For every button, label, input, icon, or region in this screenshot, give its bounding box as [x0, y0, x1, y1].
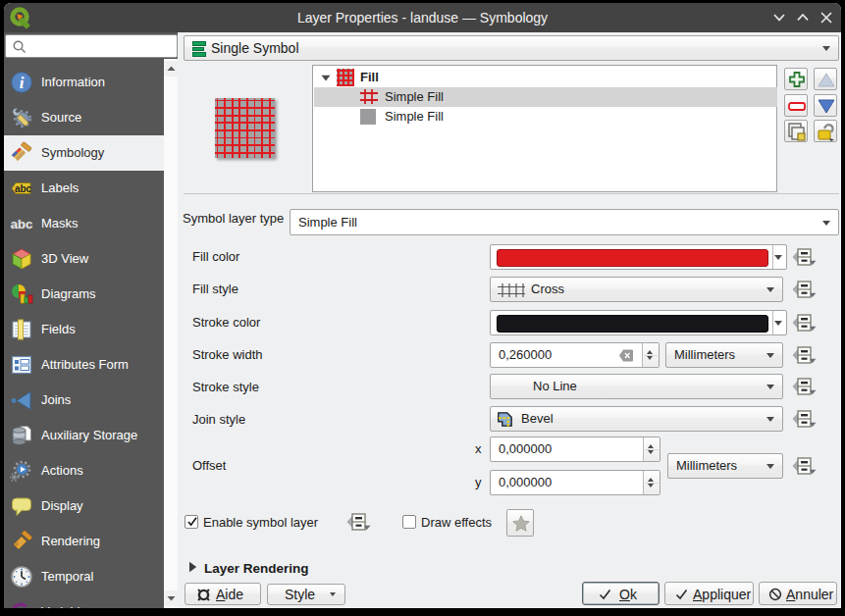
svg-text:abc: abc: [11, 217, 32, 231]
svg-text:i: i: [20, 74, 25, 92]
svg-text:abc: abc: [15, 183, 32, 194]
